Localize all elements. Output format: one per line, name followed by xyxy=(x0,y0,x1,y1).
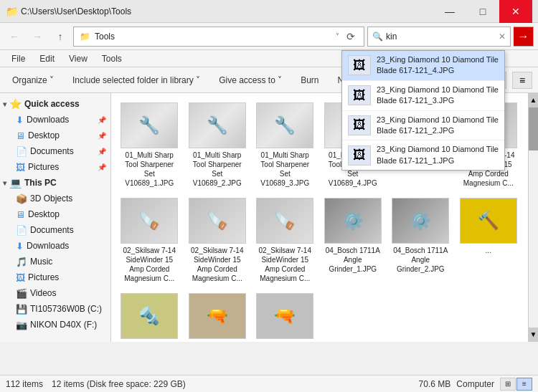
sidebar-downloads-pc-label: Downloads xyxy=(27,241,69,251)
burn-button[interactable]: Burn xyxy=(294,72,325,89)
menu-edit[interactable]: Edit xyxy=(34,50,60,67)
menu-tools[interactable]: Tools xyxy=(96,50,128,67)
file-thumbnail: 🪚 xyxy=(121,198,178,244)
tool-image: 🔩 xyxy=(121,294,177,338)
file-name: 04_Bosch 1711A Angle Grinder_2.JPG xyxy=(392,246,450,274)
list-item[interactable]: ⚙️ 04_Bosch 1711A Angle Grinder_2.JPG xyxy=(388,194,453,287)
sidebar-this-pc[interactable]: ▾ 💻 This PC xyxy=(0,175,110,191)
list-item[interactable]: 🔧 01_Multi Sharp Tool Sharpener Set V106… xyxy=(117,99,182,191)
scrollbar-thumb[interactable] xyxy=(529,107,538,150)
sidebar-this-pc-label: This PC xyxy=(24,178,57,188)
search-result-text: 23_King Diamond 10 Diamond Tile Blade 61… xyxy=(377,85,499,107)
refresh-button[interactable]: ⟳ xyxy=(344,31,358,42)
search-result-item[interactable]: 🖼 23_King Diamond 10 Diamond Tile Blade … xyxy=(342,111,504,141)
search-box[interactable]: 🔍 ✕ xyxy=(367,27,511,47)
scrollbar-down[interactable]: ▼ xyxy=(529,328,538,342)
file-name: 01_Multi Sharp Tool Sharpener Set V10689… xyxy=(121,150,179,188)
sidebar-downloads-pc[interactable]: ⬇ Downloads xyxy=(0,238,110,254)
drive-f-icon: 📷 xyxy=(16,320,27,330)
file-thumbnail: ⚙️ xyxy=(392,198,449,244)
desktop-pin-icon: 📌 xyxy=(98,132,106,140)
menu-file[interactable]: File xyxy=(6,50,31,67)
tool-image: 🔧 xyxy=(121,103,177,148)
file-thumbnail: 🔧 xyxy=(256,102,313,148)
sidebar-pictures-pc[interactable]: 🖼 Pictures xyxy=(0,269,110,285)
status-right: 70.6 MB Computer ⊞ ≡ xyxy=(419,378,532,391)
scrollbar-up[interactable]: ▲ xyxy=(529,93,538,107)
selected-info: 12 items (Disk free space: 229 GB) xyxy=(52,379,186,389)
search-result-item[interactable]: 🖼 23_King Diamond 10 Diamond Tile Blade … xyxy=(342,81,504,111)
pictures-pin-icon: 📌 xyxy=(98,163,106,171)
search-result-icon: 🖼 xyxy=(348,145,371,166)
desktop-icon: 🖥 xyxy=(16,130,25,141)
tool-image: 🔧 xyxy=(257,103,313,148)
forward-button[interactable]: → xyxy=(27,27,47,47)
tool-image: 🪚 xyxy=(189,199,245,243)
large-icons-toggle[interactable]: ⊞ xyxy=(500,378,516,391)
sidebar-drive-f[interactable]: 📷 NIKON D40X (F:) xyxy=(0,317,110,333)
title-bar-controls: — □ ✕ xyxy=(433,0,532,23)
tool-image: 🔨 xyxy=(461,199,516,243)
list-item[interactable]: ⚙️ 04_Bosch 1711A Angle Grinder_1.JPG xyxy=(321,194,386,287)
sidebar-videos[interactable]: 🎬 Videos xyxy=(0,285,110,301)
search-go-button[interactable] xyxy=(514,27,534,47)
sidebar-pictures-pc-label: Pictures xyxy=(28,272,59,282)
sidebar-documents[interactable]: 📄 Documents 📌 xyxy=(0,143,110,159)
tool-image: 🔫 xyxy=(189,294,245,338)
list-item[interactable]: 🔨 ... xyxy=(456,194,522,287)
sidebar-drive-f-label: NIKON D40X (F:) xyxy=(30,320,97,330)
sidebar-desktop-pc[interactable]: 🖥 Desktop xyxy=(0,206,110,222)
minimize-button[interactable]: — xyxy=(433,0,466,23)
sidebar: ▾ ⭐ Quick access ⬇ Downloads 📌 🖥 Desktop… xyxy=(0,93,111,342)
sidebar-downloads[interactable]: ⬇ Downloads 📌 xyxy=(0,112,110,128)
sidebar-pictures-label: Pictures xyxy=(28,162,59,172)
sidebar-drive-c[interactable]: 💾 TI105736W0B (C:) xyxy=(0,301,110,317)
organize-button[interactable]: Organize ˅ xyxy=(6,72,60,89)
file-name: ... xyxy=(486,246,491,255)
sidebar-desktop[interactable]: 🖥 Desktop 📌 xyxy=(0,128,110,143)
list-item[interactable]: 🔫 ... xyxy=(185,290,250,342)
sidebar-videos-label: Videos xyxy=(30,288,56,298)
search-input[interactable] xyxy=(386,32,496,42)
address-bar[interactable]: 📁 Tools ˅ ⟳ xyxy=(73,27,364,47)
up-button[interactable]: ↑ xyxy=(50,27,70,47)
documents-pc-icon: 📄 xyxy=(16,225,27,236)
list-item[interactable]: 🔩 ... xyxy=(117,290,182,342)
sidebar-pictures[interactable]: 🖼 Pictures 📌 xyxy=(0,159,110,175)
pictures-pc-icon: 🖼 xyxy=(16,272,25,283)
search-result-text: 23_King Diamond 10 Diamond Tile Blade 61… xyxy=(377,144,499,166)
file-name: 02_Skilsaw 7-14 SideWinder 15 Amp Corded… xyxy=(256,246,314,283)
list-item[interactable]: 🪚 02_Skilsaw 7-14 SideWinder 15 Amp Cord… xyxy=(117,194,182,287)
close-button[interactable]: ✕ xyxy=(499,0,532,23)
list-item[interactable]: 🔧 01_Multi Sharp Tool Sharpener Set V106… xyxy=(185,99,250,191)
include-library-button[interactable]: Include selected folder in library ˅ xyxy=(66,72,207,89)
title-folder-icon: 📁 xyxy=(6,6,18,17)
back-button[interactable]: ← xyxy=(4,27,24,47)
sidebar-music[interactable]: 🎵 Music xyxy=(0,254,110,269)
sidebar-quick-access[interactable]: ▾ ⭐ Quick access xyxy=(0,96,110,112)
sidebar-documents-pc[interactable]: 📄 Documents xyxy=(0,222,110,238)
list-item[interactable]: 🔫 ... xyxy=(253,290,318,342)
view-toggle: ⊞ ≡ xyxy=(500,378,532,391)
list-item[interactable]: 🔧 01_Multi Sharp Tool Sharpener Set V106… xyxy=(253,99,318,191)
search-result-item[interactable]: 🖼 23_King Diamond 10 Diamond Tile Blade … xyxy=(342,140,504,170)
pictures-icon: 🖼 xyxy=(16,162,25,173)
view-list-button[interactable]: ≡ xyxy=(512,72,532,89)
music-icon: 🎵 xyxy=(16,257,27,267)
address-chevron[interactable]: ˅ xyxy=(336,32,339,40)
computer-label: Computer xyxy=(456,379,494,389)
scrollbar[interactable]: ▲ ▼ xyxy=(528,93,538,342)
search-result-icon: 🖼 xyxy=(348,115,371,135)
search-result-item[interactable]: 🖼 23_King Diamond 10 Diamond Tile Blade … xyxy=(342,51,504,81)
sidebar-3d-objects[interactable]: 📦 3D Objects xyxy=(0,191,110,206)
menu-view[interactable]: View xyxy=(63,50,93,67)
file-name: 02_Skilsaw 7-14 SideWinder 15 Amp Corded… xyxy=(121,246,179,283)
file-thumbnail: 🔫 xyxy=(189,293,246,339)
give-access-button[interactable]: Give access to ˅ xyxy=(212,72,288,89)
tool-image: 🔫 xyxy=(257,294,313,338)
maximize-button[interactable]: □ xyxy=(466,0,499,23)
details-toggle[interactable]: ≡ xyxy=(516,378,532,391)
search-clear-icon[interactable]: ✕ xyxy=(499,32,506,42)
list-item[interactable]: 🪚 02_Skilsaw 7-14 SideWinder 15 Amp Cord… xyxy=(185,194,250,287)
list-item[interactable]: 🪚 02_Skilsaw 7-14 SideWinder 15 Amp Cord… xyxy=(253,194,318,287)
